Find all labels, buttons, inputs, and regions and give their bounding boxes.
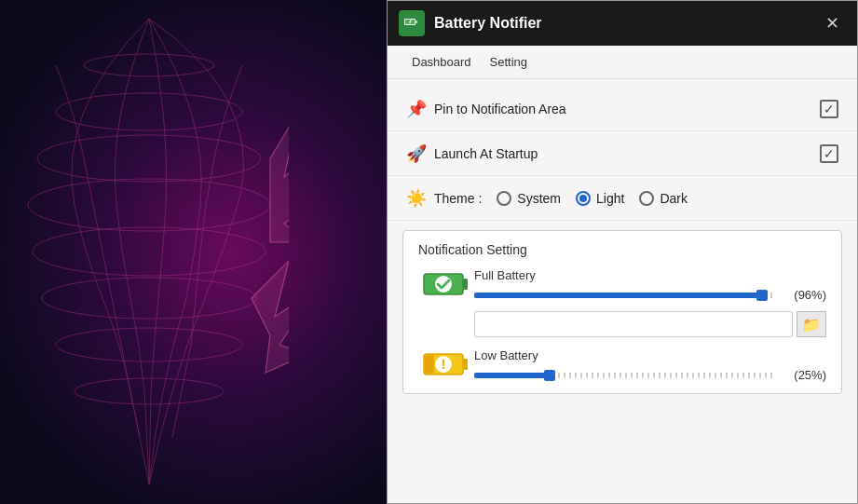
full-battery-thumb	[756, 290, 768, 301]
folder-icon: 📁	[802, 316, 821, 334]
theme-light-label: Light	[596, 191, 624, 206]
low-battery-slider-row: (25%)	[474, 368, 826, 382]
menu-dashboard[interactable]: Dashboard	[402, 51, 481, 73]
menu-setting[interactable]: Setting	[481, 51, 537, 73]
launch-icon: 🚀	[406, 143, 434, 164]
theme-label: Theme :	[434, 191, 482, 206]
theme-row: ☀️ Theme : System Light Dark	[388, 176, 857, 221]
low-battery-thumb	[544, 370, 555, 381]
launch-startup-row: 🚀 Launch At Startup	[388, 131, 857, 176]
sound-file-input[interactable]	[474, 311, 793, 337]
menu-bar: Dashboard Setting	[388, 46, 857, 79]
full-battery-icon	[423, 270, 470, 300]
theme-system-radio[interactable]	[497, 191, 511, 206]
svg-rect-16	[425, 355, 434, 374]
theme-radio-group: System Light Dark	[497, 191, 688, 206]
low-battery-slider[interactable]	[474, 373, 774, 378]
theme-light-option[interactable]: Light	[576, 191, 624, 206]
app-window: Battery Notifier ✕ Dashboard Setting 📌 P…	[387, 0, 858, 504]
theme-dark-option[interactable]: Dark	[639, 191, 688, 206]
low-battery-info: Low Battery (25%)	[474, 348, 826, 382]
pin-icon: 📌	[406, 99, 434, 119]
app-icon	[399, 10, 425, 36]
theme-system-option[interactable]: System	[497, 191, 561, 206]
svg-point-1	[37, 135, 261, 182]
svg-rect-9	[415, 20, 417, 23]
svg-rect-15	[463, 359, 468, 370]
full-battery-icon-wrap	[418, 270, 474, 300]
svg-point-6	[75, 378, 224, 404]
theme-dark-label: Dark	[660, 191, 688, 206]
launch-label: Launch At Startup	[434, 146, 820, 161]
svg-point-3	[33, 227, 266, 276]
full-battery-fill	[474, 293, 762, 298]
background	[0, 0, 387, 504]
full-battery-info: Full Battery (96%)	[474, 268, 826, 302]
file-input-row: 📁	[474, 311, 826, 337]
svg-point-2	[28, 179, 270, 231]
theme-dark-radio[interactable]	[639, 191, 654, 206]
full-battery-section: Full Battery (96%)	[418, 268, 826, 302]
full-battery-name: Full Battery	[474, 268, 826, 282]
mesh-decoration	[9, 19, 289, 484]
window-title: Battery Notifier	[434, 15, 818, 32]
theme-light-radio[interactable]	[576, 191, 591, 206]
browse-button[interactable]: 📁	[797, 311, 826, 337]
theme-system-label: System	[517, 191, 561, 206]
notification-title: Notification Setting	[418, 242, 826, 257]
launch-checkbox[interactable]	[820, 144, 838, 163]
svg-rect-12	[463, 279, 468, 290]
low-battery-value: (25%)	[782, 368, 826, 382]
theme-sun-icon: ☀️	[406, 188, 427, 209]
svg-text:!: !	[442, 357, 446, 372]
full-battery-value: (96%)	[782, 288, 826, 302]
pin-label: Pin to Notification Area	[434, 102, 820, 116]
svg-point-4	[42, 278, 256, 319]
svg-point-7	[84, 54, 214, 76]
svg-point-5	[56, 328, 242, 361]
title-bar: Battery Notifier ✕	[388, 1, 857, 46]
content-area: 📌 Pin to Notification Area 🚀 Launch At S…	[388, 79, 857, 503]
low-battery-icon-wrap: !	[418, 350, 474, 380]
low-battery-section: ! Low Battery (25%)	[418, 348, 826, 382]
full-battery-slider[interactable]	[474, 293, 774, 298]
low-battery-fill	[474, 373, 550, 378]
notification-setting-box: Notification Setting Full Battery	[402, 230, 842, 394]
low-battery-icon: !	[423, 350, 470, 380]
pin-notification-row: 📌 Pin to Notification Area	[388, 87, 857, 131]
low-battery-name: Low Battery	[474, 348, 826, 362]
close-button[interactable]: ✕	[818, 9, 846, 37]
full-battery-slider-row: (96%)	[474, 288, 826, 302]
pin-checkbox[interactable]	[820, 100, 838, 118]
